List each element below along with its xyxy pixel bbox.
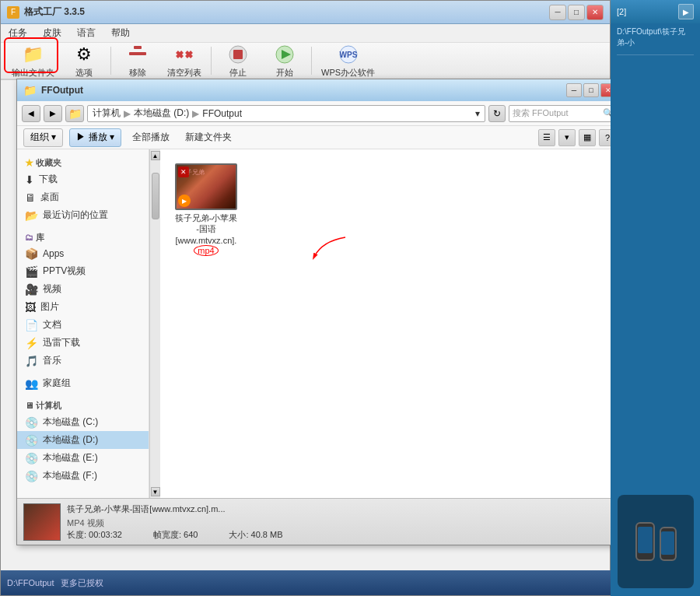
output-folder-icon: 📁 bbox=[23, 44, 44, 65]
view-dropdown-button[interactable]: ▾ bbox=[558, 129, 576, 146]
recent-icon: 📂 bbox=[25, 209, 38, 222]
start-button[interactable]: 开始 bbox=[263, 40, 306, 82]
right-panel-scroll bbox=[611, 51, 700, 63]
disk-e-icon: 💿 bbox=[25, 452, 38, 465]
sidebar-item-e[interactable]: 💿 本地磁盘 (E:) bbox=[17, 449, 149, 467]
wps-button[interactable]: WPS WPS办公软件 bbox=[317, 40, 380, 82]
refresh-button[interactable]: ↻ bbox=[488, 105, 506, 122]
toolbar-sep-3 bbox=[311, 47, 312, 75]
bc-dropdown[interactable]: ▾ bbox=[475, 108, 480, 119]
sidebar-item-docs[interactable]: 📄 文档 bbox=[17, 316, 149, 334]
output-folder-label: 输出文件夹 bbox=[12, 67, 54, 79]
sidebar-item-recent[interactable]: 📂 最近访问的位置 bbox=[17, 206, 149, 224]
sidebar-item-images[interactable]: 🖼 图片 bbox=[17, 298, 149, 316]
toolbar: 📁 输出文件夹 ⚙ 选项 移除 清空列表 bbox=[1, 43, 610, 80]
sidebar-item-download[interactable]: ⬇ 下载 bbox=[17, 170, 149, 188]
sidebar-item-homegroup[interactable]: 👥 家庭组 bbox=[17, 374, 149, 392]
file-item[interactable]: 筷子兄弟 ▶ ✕ 筷子兄弟-小苹果 -国语 [www.mtvxz.cn]. mp… bbox=[171, 160, 241, 258]
bc-folder[interactable]: FFOutput bbox=[202, 108, 242, 119]
up-button[interactable]: 📁 bbox=[65, 105, 84, 122]
file-name: 筷子兄弟-小苹果 -国语 [www.mtvxz.cn]. bbox=[175, 212, 238, 246]
play-all-button[interactable]: 全部播放 bbox=[128, 129, 174, 145]
clear-list-button[interactable]: 清空列表 bbox=[163, 40, 206, 82]
fb-title-bar: 📁 FFOutput ─ □ ✕ bbox=[17, 79, 622, 101]
sidebar-item-d[interactable]: 💿 本地磁盘 (D:) bbox=[17, 431, 149, 449]
back-button[interactable]: ◀ bbox=[22, 105, 40, 122]
sidebar-item-apps[interactable]: 📦 Apps bbox=[17, 245, 149, 262]
sidebar-item-d-label: 本地磁盘 (D:) bbox=[43, 433, 98, 447]
taskbar-more: 更多已授权 bbox=[61, 577, 103, 589]
view-details-button[interactable]: ▦ bbox=[579, 129, 596, 146]
scroll-down-arrow[interactable]: ▼ bbox=[151, 487, 160, 496]
scroll-up-arrow[interactable]: ▲ bbox=[151, 151, 160, 160]
images-icon: 🖼 bbox=[25, 301, 36, 314]
app-title: 格式工厂 3.3.5 bbox=[24, 5, 85, 19]
play-button[interactable]: ▶ 播放 ▾ bbox=[69, 128, 121, 147]
bc-drive[interactable]: 本地磁盘 (D:) bbox=[134, 107, 189, 120]
sidebar: ★ 收藏夹 ⬇ 下载 🖥 桌面 📂 最近访问 bbox=[17, 149, 149, 498]
options-label: 选项 bbox=[75, 67, 93, 79]
search-box[interactable]: 搜索 FFOutput 🔍 bbox=[509, 105, 618, 122]
fb-controls: ─ □ ✕ bbox=[566, 83, 616, 97]
folder-up-icon: 📁 bbox=[68, 107, 82, 120]
homegroup-icon: 👥 bbox=[25, 377, 38, 390]
sidebar-favorites: ★ 收藏夹 ⬇ 下载 🖥 桌面 📂 最近访问 bbox=[17, 154, 149, 224]
sidebar-item-desktop[interactable]: 🖥 桌面 bbox=[17, 188, 149, 206]
sidebar-item-c[interactable]: 💿 本地磁盘 (C:) bbox=[17, 413, 149, 431]
sidebar-item-thunder[interactable]: ⚡ 迅雷下载 bbox=[17, 334, 149, 352]
toolbar-sep-2 bbox=[211, 47, 212, 75]
sidebar-library: 🗂 库 📦 Apps 🎬 PPTV视频 🎥 bbox=[17, 229, 149, 370]
computer-icon: 🖥 bbox=[25, 401, 33, 410]
wps-icon: WPS bbox=[338, 44, 359, 65]
desktop-icon: 🖥 bbox=[25, 191, 36, 204]
stop-label: 停止 bbox=[229, 67, 247, 79]
options-button[interactable]: ⚙ 选项 bbox=[62, 40, 106, 82]
pptv-icon: 🎬 bbox=[25, 265, 38, 278]
sidebar-item-f[interactable]: 💿 本地磁盘 (F:) bbox=[17, 467, 149, 485]
status-info: 筷子兄弟-小苹果-国语[www.mtvxz.cn].m... MP4 视频 长度… bbox=[67, 503, 616, 541]
wps-label: WPS办公软件 bbox=[321, 67, 375, 79]
fb-title: FFOutput bbox=[41, 85, 83, 96]
forward-button[interactable]: ▶ bbox=[44, 105, 62, 122]
output-folder-button[interactable]: 📁 输出文件夹 bbox=[7, 40, 59, 82]
menu-language[interactable]: 语言 bbox=[74, 25, 99, 41]
menu-skin[interactable]: 皮肤 bbox=[40, 25, 65, 41]
status-duration: 长度: 00:03:32 bbox=[67, 529, 122, 541]
sidebar-item-c-label: 本地磁盘 (C:) bbox=[43, 415, 98, 429]
sidebar-item-video[interactable]: 🎥 视频 bbox=[17, 280, 149, 298]
sidebar-item-pptv[interactable]: 🎬 PPTV视频 bbox=[17, 262, 149, 280]
fb-restore[interactable]: □ bbox=[583, 83, 599, 97]
close-button[interactable]: ✕ bbox=[586, 5, 604, 20]
toolbar-sep-1 bbox=[110, 47, 111, 75]
sidebar-item-music[interactable]: 🎵 音乐 bbox=[17, 352, 149, 370]
view-mode-button[interactable]: ☰ bbox=[538, 129, 555, 146]
sidebar-scrollbar[interactable]: ▲ ▼ bbox=[149, 149, 160, 498]
video-icon: 🎥 bbox=[25, 283, 38, 296]
status-filename: 筷子兄弟-小苹果-国语[www.mtvxz.cn].m... bbox=[67, 503, 616, 515]
minimize-button[interactable]: ─ bbox=[549, 5, 566, 20]
organize-button[interactable]: 组织 ▾ bbox=[23, 128, 63, 147]
menu-task[interactable]: 任务 bbox=[5, 25, 30, 41]
file-thumbnail: 筷子兄弟 ▶ ✕ bbox=[175, 163, 237, 210]
sidebar-item-pptv-label: PPTV视频 bbox=[43, 265, 86, 278]
menu-help[interactable]: 帮助 bbox=[108, 25, 133, 41]
phone-screen-1 bbox=[638, 527, 653, 553]
breadcrumb[interactable]: 计算机 ▶ 本地磁盘 (D:) ▶ FFOutput ▾ bbox=[87, 105, 485, 122]
toolbar2: 组织 ▾ ▶ 播放 ▾ 全部播放 新建文件夹 ☰ ▾ ▦ ? bbox=[17, 126, 622, 149]
restore-button[interactable]: □ bbox=[568, 5, 585, 20]
fb-minimize[interactable]: ─ bbox=[566, 83, 582, 97]
file-name-line3: [www.mtvxz.cn]. bbox=[176, 236, 237, 245]
music-icon: 🎵 bbox=[25, 355, 38, 367]
remove-button[interactable]: 移除 bbox=[116, 40, 159, 82]
status-width: 帧宽度: 640 bbox=[153, 529, 198, 541]
sidebar-item-download-label: 下载 bbox=[39, 173, 58, 186]
right-panel-path: D:\FFOutput\筷子兄弟-小 bbox=[611, 23, 700, 51]
right-scroll-button[interactable]: ▶ bbox=[678, 4, 694, 19]
scroll-thumb[interactable] bbox=[152, 173, 159, 219]
new-folder-button[interactable]: 新建文件夹 bbox=[180, 129, 236, 145]
status-bar: 筷子兄弟-小苹果-国语[www.mtvxz.cn].m... MP4 视频 长度… bbox=[17, 498, 622, 545]
remove-icon bbox=[127, 44, 149, 65]
stop-button[interactable]: 停止 bbox=[216, 40, 260, 82]
bc-computer[interactable]: 计算机 bbox=[93, 107, 121, 120]
sidebar-item-video-label: 视频 bbox=[43, 282, 61, 296]
